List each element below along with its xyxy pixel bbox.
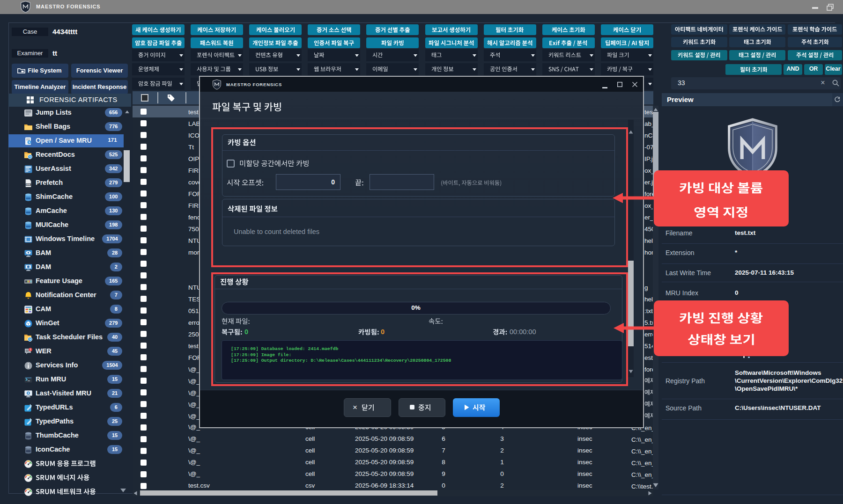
svg-text:EXE: EXE bbox=[26, 183, 30, 186]
